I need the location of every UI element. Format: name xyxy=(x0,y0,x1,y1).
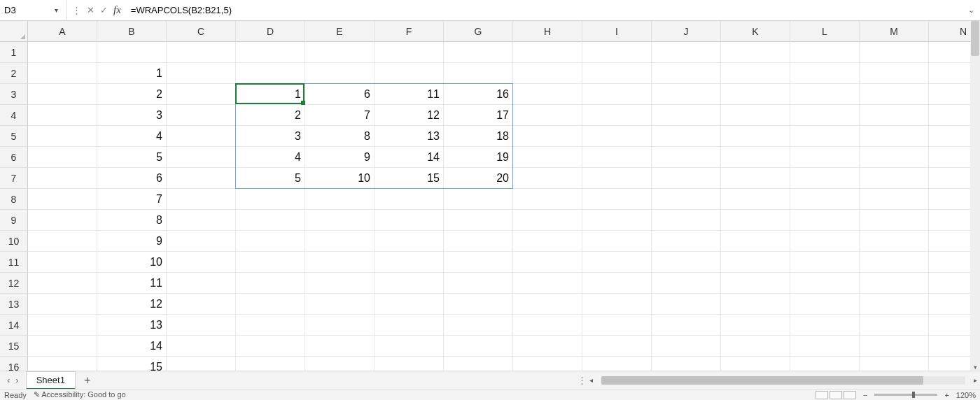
cell-J11[interactable] xyxy=(652,252,721,273)
cell-K11[interactable] xyxy=(721,252,790,273)
cell-L1[interactable] xyxy=(790,42,860,63)
cell-B5[interactable]: 4 xyxy=(97,126,167,147)
cell-A5[interactable] xyxy=(28,126,97,147)
cell-D6[interactable]: 4 xyxy=(236,147,305,168)
cell-K7[interactable] xyxy=(721,168,790,189)
cell-G9[interactable] xyxy=(444,210,513,231)
column-header[interactable]: L xyxy=(790,21,860,42)
name-box[interactable] xyxy=(0,0,49,20)
select-all-corner[interactable] xyxy=(0,21,28,42)
cell-H12[interactable] xyxy=(513,273,582,294)
row-header[interactable]: 2 xyxy=(0,63,28,84)
cell-E5[interactable]: 8 xyxy=(305,126,374,147)
cell-E10[interactable] xyxy=(305,231,374,252)
column-header[interactable]: J xyxy=(652,21,721,42)
cell-L12[interactable] xyxy=(790,273,860,294)
cell-G14[interactable] xyxy=(444,315,513,336)
hscroll-left-icon[interactable]: ◂ xyxy=(587,376,596,384)
cell-C14[interactable] xyxy=(167,315,236,336)
zoom-thumb[interactable] xyxy=(912,392,915,398)
cell-F15[interactable] xyxy=(374,336,444,357)
cell-M9[interactable] xyxy=(860,210,929,231)
cell-B3[interactable]: 2 xyxy=(97,84,167,105)
cell-E3[interactable]: 6 xyxy=(305,84,374,105)
cell-A6[interactable] xyxy=(28,147,97,168)
cell-L8[interactable] xyxy=(790,189,860,210)
cell-J12[interactable] xyxy=(652,273,721,294)
cell-L6[interactable] xyxy=(790,147,860,168)
cell-H2[interactable] xyxy=(513,63,582,84)
cell-E11[interactable] xyxy=(305,252,374,273)
cell-F7[interactable]: 15 xyxy=(374,168,444,189)
cell-I12[interactable] xyxy=(582,273,652,294)
cell-E16[interactable] xyxy=(305,357,374,371)
cell-J16[interactable] xyxy=(652,357,721,371)
cell-C9[interactable] xyxy=(167,210,236,231)
cell-G10[interactable] xyxy=(444,231,513,252)
cell-H11[interactable] xyxy=(513,252,582,273)
cell-I9[interactable] xyxy=(582,210,652,231)
cell-N15[interactable] xyxy=(929,336,970,357)
column-header[interactable]: A xyxy=(28,21,97,42)
row-header[interactable]: 9 xyxy=(0,210,28,231)
cell-I4[interactable] xyxy=(582,105,652,126)
cell-K8[interactable] xyxy=(721,189,790,210)
cell-N3[interactable] xyxy=(929,84,970,105)
cell-E2[interactable] xyxy=(305,63,374,84)
cell-C6[interactable] xyxy=(167,147,236,168)
cell-G13[interactable] xyxy=(444,294,513,315)
cell-B15[interactable]: 14 xyxy=(97,336,167,357)
cell-J15[interactable] xyxy=(652,336,721,357)
cell-J1[interactable] xyxy=(652,42,721,63)
cell-I16[interactable] xyxy=(582,357,652,371)
cell-J6[interactable] xyxy=(652,147,721,168)
cell-I13[interactable] xyxy=(582,294,652,315)
cell-D3[interactable]: 1 xyxy=(236,84,305,105)
cell-A16[interactable] xyxy=(28,357,97,371)
cell-H15[interactable] xyxy=(513,336,582,357)
cell-G5[interactable]: 18 xyxy=(444,126,513,147)
cell-N1[interactable] xyxy=(929,42,970,63)
more-icon[interactable]: ⋮ xyxy=(72,5,81,15)
cell-F13[interactable] xyxy=(374,294,444,315)
cell-C7[interactable] xyxy=(167,168,236,189)
cell-K13[interactable] xyxy=(721,294,790,315)
cell-D7[interactable]: 5 xyxy=(236,168,305,189)
cell-G2[interactable] xyxy=(444,63,513,84)
cell-C8[interactable] xyxy=(167,189,236,210)
cell-B2[interactable]: 1 xyxy=(97,63,167,84)
cell-D13[interactable] xyxy=(236,294,305,315)
cell-N13[interactable] xyxy=(929,294,970,315)
cell-B11[interactable]: 10 xyxy=(97,252,167,273)
cell-E13[interactable] xyxy=(305,294,374,315)
cell-H13[interactable] xyxy=(513,294,582,315)
cell-C1[interactable] xyxy=(167,42,236,63)
scroll-down-icon[interactable]: ▾ xyxy=(970,364,980,371)
cell-D2[interactable] xyxy=(236,63,305,84)
column-header[interactable]: D xyxy=(236,21,305,42)
name-box-dropdown-icon[interactable]: ▾ xyxy=(49,6,63,14)
cell-J2[interactable] xyxy=(652,63,721,84)
cell-L14[interactable] xyxy=(790,315,860,336)
cell-H14[interactable] xyxy=(513,315,582,336)
cell-F1[interactable] xyxy=(374,42,444,63)
cell-B14[interactable]: 13 xyxy=(97,315,167,336)
cell-B16[interactable]: 15 xyxy=(97,357,167,371)
cell-E12[interactable] xyxy=(305,273,374,294)
cell-I2[interactable] xyxy=(582,63,652,84)
cell-F5[interactable]: 13 xyxy=(374,126,444,147)
cell-H9[interactable] xyxy=(513,210,582,231)
cell-N6[interactable] xyxy=(929,147,970,168)
cancel-icon[interactable]: ✕ xyxy=(87,5,94,15)
cell-A1[interactable] xyxy=(28,42,97,63)
cell-G4[interactable]: 17 xyxy=(444,105,513,126)
cell-K5[interactable] xyxy=(721,126,790,147)
view-page-break-icon[interactable] xyxy=(844,391,856,399)
cell-M7[interactable] xyxy=(860,168,929,189)
cell-F2[interactable] xyxy=(374,63,444,84)
cell-M6[interactable] xyxy=(860,147,929,168)
cell-A11[interactable] xyxy=(28,252,97,273)
cell-G15[interactable] xyxy=(444,336,513,357)
cell-F12[interactable] xyxy=(374,273,444,294)
cell-I11[interactable] xyxy=(582,252,652,273)
